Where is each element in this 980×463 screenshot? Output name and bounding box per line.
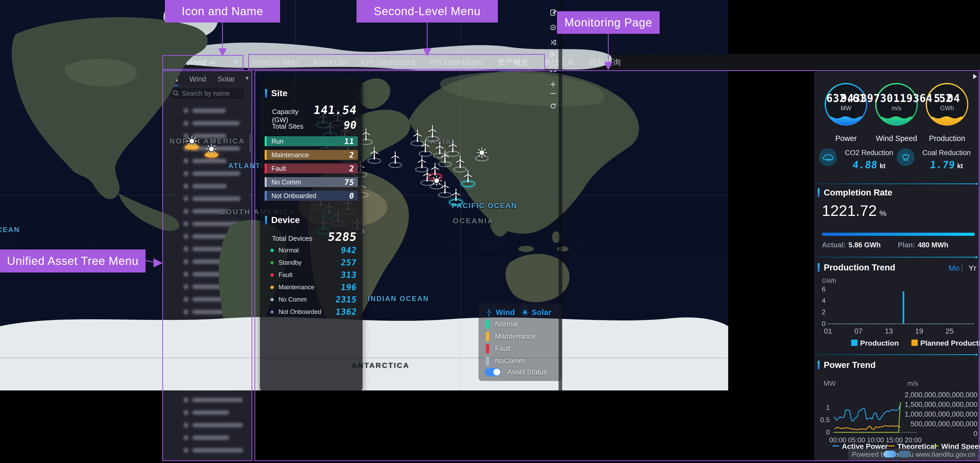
solar-site-marker[interactable] — [431, 175, 442, 187]
power-trend-header: Power Trend — [818, 360, 875, 370]
site-device-panel: Site Capacity (GW) 141.54 Total Sites 90… — [260, 78, 363, 391]
gauge-name: Production — [929, 134, 965, 143]
total-devices-row: Total Devices 5285 — [272, 230, 357, 243]
legend-status-nocomm: NoComm — [486, 357, 525, 366]
list-item[interactable] — [163, 406, 252, 419]
wind-site-marker[interactable] — [447, 139, 458, 155]
capacity-value: 141.54 — [313, 103, 358, 117]
coal-reduction: Coal Reduction 1.79kt — [920, 149, 973, 171]
power-right-unit: m/s — [907, 379, 918, 388]
legend-swatch — [912, 340, 918, 346]
status-dot — [270, 249, 274, 252]
status-accent — [265, 177, 267, 187]
total-sites-value: 90 — [343, 119, 358, 131]
section-accent-bar — [265, 89, 267, 98]
asset-status-toggle[interactable] — [485, 368, 501, 376]
status-accent — [265, 150, 267, 160]
fullscreen-icon[interactable] — [548, 64, 558, 74]
wind-site-marker[interactable] — [390, 150, 401, 166]
map-legend: Wind Solar NormalMaintenanceFaultNoComm … — [479, 303, 562, 381]
device-status-not-onboarded: Not Onboarded1362 — [270, 307, 357, 317]
continent-label: OCEANIA — [453, 217, 494, 225]
wind-site-marker[interactable] — [369, 146, 380, 162]
wind-site-marker[interactable] — [454, 155, 466, 170]
device-status-standby: Standby257 — [270, 257, 357, 268]
asset-icon — [184, 448, 188, 452]
legend-solar-label[interactable]: Solar — [531, 308, 551, 317]
device-status-no-comm: No Comm2315 — [270, 295, 357, 305]
production-trend-chart — [828, 284, 974, 324]
wind-turbine-icon[interactable] — [485, 308, 493, 317]
collapse-left-icon[interactable] — [548, 49, 558, 59]
site-status-maintenance[interactable]: Maintenance2 — [265, 150, 358, 160]
portfolio-map[interactable]: ARCTIC OCEANATLANTIC OCEANPACIFIC OCEANI… — [0, 0, 728, 390]
asset-name-blurred — [192, 423, 243, 427]
total-sites-row: Total Sites 90 — [272, 119, 357, 131]
completion-progress-bar — [822, 233, 975, 236]
zoom-out-icon[interactable] — [548, 89, 558, 99]
dashboard-root: Envision2 ⇌ Portfolio MapAsset ListKPI D… — [0, 0, 980, 463]
panel-expand-icon[interactable] — [973, 74, 977, 79]
co2-reduction: CO2 Reduction 4.88kt — [843, 149, 895, 171]
legend-swatch — [851, 340, 858, 346]
ocean-label: INDIAN OCEAN — [368, 295, 429, 303]
list-item[interactable] — [163, 431, 252, 444]
wind-site-marker[interactable] — [450, 187, 462, 203]
site-status-fault[interactable]: Fault2 — [265, 163, 358, 174]
expand-right-icon[interactable] — [548, 37, 558, 48]
production-y-unit: GWh — [822, 277, 836, 284]
actual-value: Actual:5.86 GWh — [822, 241, 881, 249]
list-item[interactable] — [163, 419, 252, 431]
wind-site-marker[interactable] — [426, 124, 438, 140]
annotation-monitoring-page: Monitoring Page — [557, 11, 660, 34]
gauge-unit: m/s — [891, 105, 901, 112]
ocean-label: OCEAN — [0, 226, 20, 234]
site-status-no-comm[interactable]: No Comm75 — [265, 177, 358, 187]
pager-pill[interactable] — [898, 451, 911, 458]
toggle-year[interactable]: Yr — [969, 263, 976, 273]
legend-swatch — [486, 332, 489, 341]
legend-wind-label[interactable]: Wind — [496, 308, 515, 317]
device-status-fault: Fault313 — [270, 270, 357, 280]
legend-status-maintenance: Maintenance — [486, 332, 536, 341]
edit-note-icon[interactable] — [548, 8, 558, 18]
gauge-name: Power — [835, 134, 857, 143]
list-item[interactable] — [163, 444, 252, 457]
solar-site-marker[interactable] — [476, 147, 487, 159]
toggle-month[interactable]: Mo — [948, 263, 959, 273]
device-status-normal: Normal942 — [270, 245, 357, 255]
solar-site-marker[interactable] — [206, 144, 217, 156]
completion-rate-header: Completion Rate — [818, 188, 892, 198]
site-status-run[interactable]: Run11 — [265, 136, 358, 146]
device-section-header: Device — [265, 215, 300, 225]
annotation-second-level-menu: Second-Level Menu — [356, 0, 498, 22]
zoom-in-icon[interactable] — [548, 80, 558, 89]
device-status-maintenance: Maintenance196 — [270, 282, 357, 292]
co2-value: 4.88 — [852, 159, 878, 171]
solar-sun-icon[interactable] — [521, 308, 529, 316]
solar-site-marker[interactable] — [186, 136, 197, 148]
asset-status-label: Asset Status — [507, 368, 547, 376]
pager-pill-active[interactable] — [884, 451, 896, 458]
list-item[interactable] — [163, 394, 252, 406]
map-attribution: Powered by Tianditu www.tianditu.gov.cn — [848, 449, 979, 460]
gauge-name: Wind Speed — [876, 134, 917, 143]
annotation-icon-and-name: Icon and Name — [165, 0, 280, 22]
coal-cart-icon — [897, 148, 915, 166]
asset-icon — [184, 398, 188, 402]
wind-site-marker[interactable] — [462, 169, 474, 185]
co2-cloud-icon: CO2 — [819, 148, 837, 166]
plan-value: Plan:480 MWh — [898, 241, 948, 249]
section-accent-bar — [265, 216, 267, 225]
reset-icon[interactable] — [548, 101, 558, 111]
status-dot — [270, 310, 274, 314]
legend-status-normal: Normal — [486, 320, 518, 329]
locate-icon[interactable] — [548, 22, 558, 32]
asset-icon — [184, 436, 188, 440]
gauge-value-2: 94339730119364.52 — [841, 92, 952, 104]
power-trend-chart — [832, 393, 916, 433]
site-status-not-onboarded[interactable]: Not Onboarded0 — [265, 191, 358, 201]
power-left-unit: MW — [824, 379, 835, 388]
asset-name-blurred — [192, 398, 243, 402]
legend-swatch — [486, 357, 489, 366]
